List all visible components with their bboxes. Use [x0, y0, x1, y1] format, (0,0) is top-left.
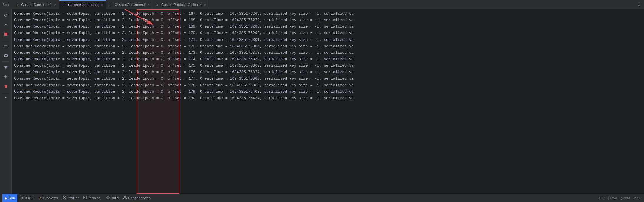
log-partition: partition = 2,: [94, 17, 129, 23]
svg-text:J: J: [16, 4, 18, 7]
separator2: [2, 61, 9, 62]
run-label: Run:: [2, 3, 10, 7]
log-partition: partition = 2,: [94, 30, 129, 36]
log-line: ConsumerRecord(topic = sevenTopic, parti…: [12, 82, 644, 89]
content-area: ConsumerRecord(topic = sevenTopic, parti…: [12, 9, 644, 194]
run-status-item[interactable]: ▶ Run: [2, 194, 17, 202]
rerun-button[interactable]: [2, 11, 10, 19]
log-suffix: leaderEpoch = 0, offset = 173, CreateTim…: [129, 50, 354, 56]
run-icon: ▶: [5, 196, 7, 200]
log-line: ConsumerRecord(topic = sevenTopic, parti…: [12, 50, 644, 56]
log-prefix: ConsumerRecord(topic = sevenTopic,: [14, 11, 94, 17]
tab2-label: CustomConsumer2: [68, 3, 98, 7]
log-prefix: ConsumerRecord(topic = sevenTopic,: [14, 95, 94, 101]
svg-rect-11: [4, 47, 7, 48]
separator1: [2, 40, 9, 40]
delete-button[interactable]: [2, 82, 10, 90]
profiler-label: Profiler: [67, 196, 79, 200]
svg-line-21: [124, 197, 125, 198]
log-partition: partition = 2,: [94, 50, 129, 56]
log-line: ConsumerRecord(topic = sevenTopic, parti…: [12, 56, 644, 63]
log-suffix: leaderEpoch = 0, offset = 172, CreateTim…: [129, 43, 354, 49]
log-suffix: leaderEpoch = 0, offset = 179, CreateTim…: [129, 89, 354, 95]
svg-rect-16: [84, 196, 86, 199]
log-line: ConsumerRecord(topic = sevenTopic, parti…: [12, 69, 644, 75]
camera-button[interactable]: [2, 51, 10, 60]
csdn-label: CSDN @Java_Lyvent User: [598, 196, 642, 200]
tab-custom-consumer1[interactable]: J CustomConsumer1 ×: [13, 0, 59, 9]
dependencies-label: Dependencies: [128, 196, 151, 200]
log-partition: partition = 2,: [94, 95, 129, 101]
log-suffix: leaderEpoch = 0, offset = 178, CreateTim…: [129, 83, 354, 88]
log-line: ConsumerRecord(topic = sevenTopic, parti…: [12, 95, 644, 102]
profiler-icon: [63, 196, 66, 200]
tab3-close[interactable]: ×: [148, 3, 149, 6]
tab-custom-consumer3[interactable]: J CustomConsumer3 ×: [106, 0, 153, 9]
svg-point-18: [125, 196, 126, 197]
java-icon-tab3: J: [109, 3, 113, 7]
svg-text:J: J: [63, 4, 64, 7]
log-partition: partition = 2,: [94, 69, 129, 75]
settings-icon[interactable]: ⚙: [634, 2, 644, 8]
terminal-status-item[interactable]: Terminal: [81, 194, 104, 202]
svg-rect-12: [4, 85, 7, 85]
tab4-label: CustomProducerCallback: [161, 3, 201, 7]
java-icon-tab2: J: [62, 3, 66, 7]
log-line: ConsumerRecord(topic = sevenTopic, parti…: [12, 63, 644, 69]
log-partition: partition = 2,: [94, 76, 129, 82]
tab4-close[interactable]: ×: [204, 3, 206, 6]
java-icon-tab1: J: [16, 3, 20, 7]
log-suffix: leaderEpoch = 0, offset = 174, CreateTim…: [129, 56, 354, 62]
log-partition: partition = 2,: [94, 56, 129, 62]
log-line: ConsumerRecord(topic = sevenTopic, parti…: [12, 30, 644, 36]
tab2-close[interactable]: ×: [101, 3, 103, 7]
svg-text:J: J: [156, 4, 158, 7]
log-prefix: ConsumerRecord(topic = sevenTopic,: [14, 37, 94, 43]
log-prefix: ConsumerRecord(topic = sevenTopic,: [14, 43, 94, 49]
tab1-close[interactable]: ×: [54, 3, 56, 6]
scroll-up-button[interactable]: [2, 21, 10, 29]
svg-point-20: [126, 198, 127, 199]
list-button[interactable]: [2, 42, 10, 50]
main-area: ConsumerRecord(topic = sevenTopic, parti…: [0, 9, 644, 194]
build-label: Build: [111, 196, 119, 200]
log-prefix: ConsumerRecord(topic = sevenTopic,: [14, 50, 94, 56]
log-prefix: ConsumerRecord(topic = sevenTopic,: [14, 76, 94, 82]
svg-rect-13: [5, 85, 6, 85]
left-toolbar: [0, 9, 12, 194]
filter-button[interactable]: [2, 63, 10, 72]
tab-custom-consumer2[interactable]: J CustomConsumer2 ×: [59, 0, 106, 9]
todo-status-item[interactable]: ☑ TODO: [17, 194, 36, 202]
build-status-item[interactable]: Build: [104, 194, 121, 202]
log-line: ConsumerRecord(topic = sevenTopic, parti…: [12, 11, 644, 17]
svg-line-22: [125, 197, 126, 198]
log-suffix: leaderEpoch = 0, offset = 169, CreateTim…: [129, 24, 354, 30]
pin-button[interactable]: [2, 94, 10, 102]
console-output[interactable]: ConsumerRecord(topic = sevenTopic, parti…: [12, 9, 644, 194]
log-partition: partition = 2,: [94, 37, 129, 43]
log-prefix: ConsumerRecord(topic = sevenTopic,: [14, 24, 94, 30]
log-partition: partition = 2,: [94, 89, 129, 95]
log-suffix: leaderEpoch = 0, offset = 167, CreateTim…: [129, 11, 354, 17]
profiler-status-item[interactable]: Profiler: [60, 194, 81, 202]
log-suffix: leaderEpoch = 0, offset = 168, CreateTim…: [129, 17, 354, 23]
log-partition: partition = 2,: [94, 24, 129, 30]
problems-status-item[interactable]: ⚠ Problems: [36, 194, 60, 202]
java-icon-tab4: J: [156, 3, 160, 7]
log-prefix: ConsumerRecord(topic = sevenTopic,: [14, 56, 94, 62]
log-partition: partition = 2,: [94, 43, 129, 49]
log-line: ConsumerRecord(topic = sevenTopic, parti…: [12, 75, 644, 82]
build-icon: [106, 196, 110, 200]
log-line: ConsumerRecord(topic = sevenTopic, parti…: [12, 37, 644, 43]
stop-button[interactable]: [2, 30, 10, 38]
log-suffix: leaderEpoch = 0, offset = 176, CreateTim…: [129, 69, 354, 75]
svg-point-19: [124, 198, 124, 199]
status-bar: ▶ Run ☑ TODO ⚠ Problems Profiler Termina…: [0, 194, 644, 202]
tab-bar: Run: J CustomConsumer1 × J CustomConsume…: [0, 0, 644, 9]
settings2-button[interactable]: [2, 73, 10, 81]
log-suffix: leaderEpoch = 0, offset = 175, CreateTim…: [129, 63, 354, 69]
dependencies-icon: [123, 196, 127, 200]
tab-custom-producer-callback[interactable]: J CustomProducerCallback ×: [153, 0, 209, 9]
dependencies-status-item[interactable]: Dependencies: [121, 194, 153, 202]
log-suffix: leaderEpoch = 0, offset = 170, CreateTim…: [129, 30, 354, 36]
